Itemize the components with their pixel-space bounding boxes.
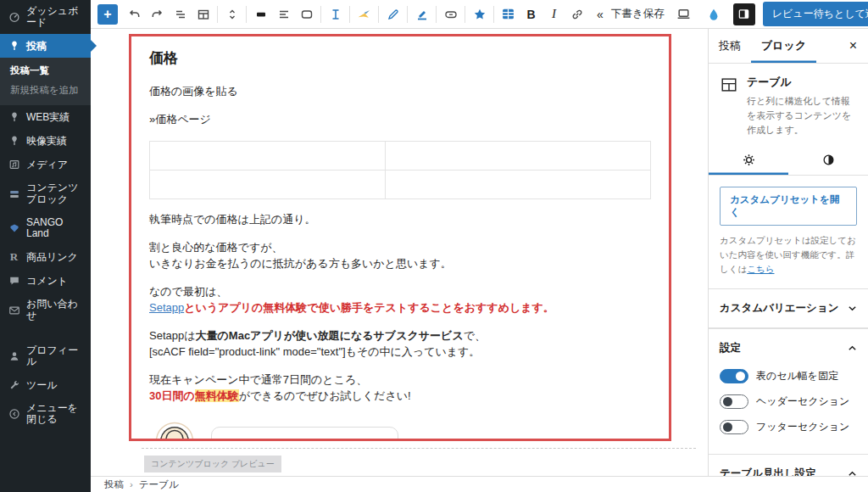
sidebar-item-video-works[interactable]: 映像実績: [0, 129, 91, 153]
panel-custom-variation[interactable]: カスタムバリエーション: [709, 289, 868, 328]
text-run: 現在キャンペーン中で通常7日間のところ、: [149, 373, 367, 386]
block-inserter-button[interactable]: +: [97, 4, 118, 25]
link-icon[interactable]: [565, 3, 588, 25]
grid-table-icon[interactable]: [497, 3, 520, 25]
breadcrumb-table[interactable]: テーブル: [139, 478, 179, 491]
sidebar-item-label: コメント: [26, 276, 68, 287]
table-block-icon[interactable]: [192, 3, 214, 25]
tab-settings-gear[interactable]: [709, 144, 788, 175]
tab-styles[interactable]: [788, 144, 868, 175]
panel-settings[interactable]: 設定: [709, 328, 868, 367]
sidebar-item-sango-land[interactable]: SANGO Land: [0, 211, 91, 245]
text-run: 割と良心的な価格ですが、: [149, 241, 283, 254]
sidebar-item-tools[interactable]: ツール: [0, 373, 91, 397]
sidebar-item-contact[interactable]: お問い合わせ: [0, 293, 91, 327]
swallow-icon[interactable]: [353, 3, 376, 25]
panel-label: カスタムバリエーション: [720, 301, 838, 316]
submit-for-review-button[interactable]: レビュー待ちとして送信: [763, 2, 868, 26]
bold-icon[interactable]: B: [520, 3, 542, 25]
star-icon[interactable]: [468, 3, 491, 25]
price-table[interactable]: [149, 141, 651, 199]
highlighted-red-text-run: 無料体験: [195, 389, 239, 402]
sidebar-item-posts[interactable]: 投稿: [0, 34, 91, 58]
preview-badge: コンテンツブロック プレビュー: [144, 456, 281, 472]
redo-icon[interactable]: [146, 3, 169, 25]
text-align-icon[interactable]: [272, 3, 295, 25]
breadcrumb-post[interactable]: 投稿: [104, 478, 124, 491]
sidebar-item-label: コンテンツブロック: [26, 182, 83, 204]
block-info-card: テーブル 行と列に構造化して情報を表示するコンテンツを作成します。: [709, 64, 868, 144]
panel-table-heading-settings[interactable]: テーブル見出し設定: [709, 455, 868, 477]
sidebar-item-collapse-menu[interactable]: メニューを閉じる: [0, 397, 91, 431]
button-link-icon[interactable]: [439, 3, 462, 25]
media-icon: [8, 159, 20, 171]
panel-label: 設定: [720, 341, 741, 355]
water-drop-icon[interactable]: [703, 3, 726, 25]
sidebar-tabs: 投稿 ブロック ×: [709, 29, 868, 64]
sidebar-item-media[interactable]: メディア: [0, 153, 91, 176]
table-block-icon: [720, 75, 738, 137]
bold-text-run: 大量のMacアプリが使い放題になるサブスクサービス: [196, 329, 464, 342]
block-description: 行と列に構造化して情報を表示するコンテンツを作成します。: [747, 94, 857, 137]
marker-icon[interactable]: [410, 3, 433, 25]
toggle-switch[interactable]: [720, 420, 748, 434]
selected-content-block[interactable]: 価格 価格の画像を貼る »価格ページ 執筆時点での価格は上記の通り。 割と良心的…: [129, 34, 671, 441]
text-run: なので最初は、: [149, 285, 227, 298]
sidebar-item-dashboard[interactable]: ダッシュボード: [0, 0, 91, 34]
text-run: で、: [464, 329, 486, 342]
move-up-down-icon[interactable]: [220, 3, 243, 25]
toolbar-separator: [465, 6, 465, 23]
text-run: Setappは: [149, 329, 196, 342]
preview-icon[interactable]: [672, 3, 695, 25]
toggle-switch[interactable]: [720, 369, 748, 383]
paragraph: 執筆時点での価格は上記の通り。: [149, 211, 651, 228]
sidebar-item-label: 商品リンク: [26, 252, 78, 263]
toggle-switch[interactable]: [720, 394, 748, 409]
sidebar-item-profile[interactable]: プロフィール: [0, 339, 91, 373]
sidebar-item-label: メニューを閉じる: [26, 403, 83, 425]
sidebar-subitem-add-post[interactable]: 新規投稿を追加: [0, 81, 91, 100]
sidebar-item-product-link[interactable]: R 商品リンク: [0, 245, 91, 269]
sidebar-item-content-block[interactable]: コンテンツブロック: [0, 176, 91, 210]
block-align-icon[interactable]: [249, 3, 272, 25]
paragraph: 価格の画像を貼る: [149, 83, 651, 100]
save-draft-button[interactable]: 下書き保存: [611, 7, 665, 21]
admin-sidebar: ダッシュボード 投稿 投稿一覧 新規投稿を追加 WEB実績 映像実績 メディア …: [0, 0, 91, 492]
open-custom-preset-button[interactable]: カスタムプリセットを開く: [720, 187, 857, 226]
kochira-link[interactable]: こちら: [747, 264, 774, 274]
toggle-header-section[interactable]: ヘッダーセクション: [720, 394, 857, 409]
table-cell[interactable]: [150, 142, 386, 171]
vertical-align-icon[interactable]: [324, 3, 347, 25]
undo-icon[interactable]: [123, 3, 146, 25]
toolbar-separator: [436, 6, 437, 23]
text-run: ができるのでぜひお試しください!: [239, 389, 411, 402]
sidebar-item-comments[interactable]: コメント: [0, 269, 91, 293]
sidebar-item-web-works[interactable]: WEB実績: [0, 105, 91, 129]
more-tools-icon[interactable]: «: [588, 3, 611, 25]
chevron-down-icon: [848, 304, 857, 313]
settings-panel-toggle[interactable]: [733, 3, 755, 25]
sidebar-item-label: SANGO Land: [26, 217, 83, 239]
caption-box-icon[interactable]: [295, 3, 318, 25]
close-icon[interactable]: ×: [838, 29, 868, 63]
sidebar-subtabs: [709, 144, 868, 176]
list-view-icon[interactable]: [169, 3, 192, 25]
setapp-link[interactable]: Setapp: [149, 301, 184, 314]
sidebar-subitem-post-list[interactable]: 投稿一覧: [0, 61, 91, 81]
table-cell[interactable]: [150, 171, 386, 199]
toggle-label: フッターセクション: [756, 420, 849, 434]
toggle-footer-section[interactable]: フッターセクション: [720, 420, 857, 434]
table-cell[interactable]: [385, 142, 650, 171]
pin-icon: [8, 111, 20, 123]
table-cell[interactable]: [385, 171, 650, 199]
pencil-icon[interactable]: [381, 3, 404, 25]
italic-icon[interactable]: I: [542, 3, 565, 25]
red-text-run: 30日間の: [149, 389, 195, 402]
tab-post[interactable]: 投稿: [709, 29, 751, 63]
tab-block[interactable]: ブロック: [751, 29, 816, 63]
toolbar-separator: [217, 6, 218, 23]
toggle-fixed-cell-width[interactable]: 表のセル幅を固定: [720, 369, 857, 383]
text-run: [scACF field="product-link" mode="text"]…: [149, 345, 480, 358]
speech-bubble: 私もSetappで使用していますよ!: [211, 427, 398, 442]
comment-icon: [8, 275, 20, 287]
